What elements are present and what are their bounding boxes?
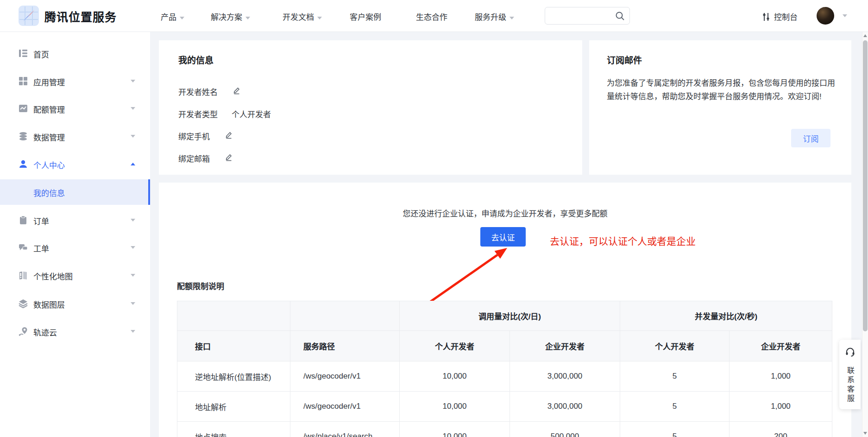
edit-pencil-icon[interactable]	[233, 87, 240, 95]
top-navbar: 腾讯位置服务 产品 解决方案 开发文档 客户案例 生态合作 服务升级 控制台	[0, 0, 868, 32]
contact-support-widget[interactable]: 联系客服	[839, 340, 861, 409]
nav-menu-solutions[interactable]: 解决方案	[211, 11, 250, 22]
nav-menu-products[interactable]: 产品	[161, 11, 184, 22]
chevron-down-icon	[245, 17, 250, 19]
sidebar-item-quota-management[interactable]: 配额管理	[0, 99, 150, 118]
sidebar: 首页 应用管理 配额管理 数据管理 个人中心	[0, 32, 150, 437]
chevron-down-icon	[317, 17, 322, 19]
profile-row-bound-email: 绑定邮箱	[178, 152, 210, 164]
sidebar-item-data-management[interactable]: 数据管理	[0, 127, 150, 146]
chevron-down-icon	[509, 17, 514, 19]
scrollbar-thumb[interactable]	[863, 40, 868, 331]
cell-personal-qps: 5	[620, 392, 730, 422]
profile-row-developer-type: 开发者类型 个人开发者	[178, 108, 218, 119]
cell-enterprise-qps: 1,000	[730, 361, 832, 392]
certification-notice: 您还没进行企业认证，申请成为企业开发者，享受更多配额	[159, 207, 851, 219]
col-header-api: 接口	[177, 331, 290, 361]
main-content: 我的信息 开发者姓名 开发者类型 个人开发者 绑定手机 绑定邮箱	[150, 32, 862, 437]
subscribe-card-body: 为您准备了专属定制的开发者服务月报，包含您每月使用的接口用量统计等信息，帮助您及…	[607, 76, 838, 103]
custom-map-icon	[19, 271, 28, 280]
cell-enterprise-qps: 200	[730, 422, 832, 437]
chevron-down-icon	[131, 302, 135, 305]
cell-path: /ws/place/v1/search	[290, 422, 400, 437]
sidebar-item-orders[interactable]: 订单	[0, 211, 150, 229]
sidebar-item-app-management[interactable]: 应用管理	[0, 72, 150, 90]
active-indicator-bar	[148, 179, 150, 205]
cell-personal-qps: 5	[620, 422, 730, 437]
chevron-up-icon	[131, 163, 135, 165]
quota-chart-icon	[19, 104, 28, 113]
avatar[interactable]	[817, 7, 834, 25]
cell-api: 地址解析	[177, 392, 290, 422]
group-header-concurrency: 并发量对比(次/秒)	[620, 301, 832, 331]
cell-personal-daily: 10,000	[400, 361, 510, 392]
chevron-down-icon	[131, 274, 135, 277]
certification-quota-card: 您还没进行企业认证，申请成为企业开发者，享受更多配额 去认证 去认证，可以认证个…	[159, 183, 851, 437]
col-header-personal-qps: 个人开发者	[620, 331, 730, 361]
developer-type-value: 个人开发者	[232, 108, 271, 120]
cell-personal-daily: 10,000	[400, 392, 510, 422]
nav-menu-docs[interactable]: 开发文档	[283, 11, 322, 22]
nav-menu-service-upgrade[interactable]: 服务升级	[475, 11, 514, 22]
profile-row-developer-name: 开发者姓名	[178, 86, 218, 97]
table-row: 逆地址解析(位置描述) /ws/geocoder/v1 10,000 3,000…	[177, 361, 832, 392]
console-link[interactable]: 控制台	[762, 11, 798, 22]
sidebar-item-personal-center[interactable]: 个人中心	[0, 155, 150, 173]
quota-table-header-row: 接口 服务路径 个人开发者 企业开发者 个人开发者 企业开发者	[177, 331, 832, 361]
contact-support-label: 联系客服	[844, 367, 855, 404]
chevron-down-icon	[131, 330, 135, 333]
chevron-down-icon	[131, 80, 135, 82]
chevron-down-icon	[180, 17, 184, 19]
sidebar-item-track-cloud[interactable]: 轨迹云	[0, 322, 150, 341]
table-row: 地址解析 /ws/geocoder/v1 10,000 3,000,000 5 …	[177, 392, 832, 422]
chevron-down-icon	[131, 107, 135, 110]
group-header-daily-calls: 调用量对比(次/日)	[400, 301, 620, 331]
avatar-chevron-down-icon[interactable]	[843, 14, 847, 17]
headset-icon	[845, 347, 855, 357]
chevron-down-icon	[131, 219, 135, 222]
brand-logo-compass-icon[interactable]	[19, 6, 39, 26]
cell-api: 逆地址解析(位置描述)	[177, 361, 290, 392]
quota-table-group-header-row: 调用量对比(次/日) 并发量对比(次/秒)	[177, 301, 832, 331]
chat-ticket-icon	[19, 243, 28, 252]
apps-grid-icon	[19, 76, 28, 86]
database-icon	[19, 132, 28, 141]
quota-section-title: 配额限制说明	[177, 280, 224, 291]
chevron-down-icon	[131, 246, 135, 249]
col-header-enterprise-qps: 企业开发者	[730, 331, 832, 361]
scrollbar-up-arrow-icon[interactable]	[863, 34, 867, 37]
col-header-path: 服务路径	[290, 331, 400, 361]
sidebar-item-data-layers[interactable]: 数据图层	[0, 294, 150, 313]
nav-menu-ecosystem[interactable]: 生态合作	[416, 11, 447, 22]
cell-path: /ws/geocoder/v1	[290, 361, 400, 392]
profile-card: 我的信息 开发者姓名 开发者类型 个人开发者 绑定手机 绑定邮箱	[159, 40, 582, 175]
profile-card-title: 我的信息	[178, 53, 214, 66]
sliders-icon	[762, 13, 770, 21]
subscribe-button[interactable]: 订阅	[791, 129, 830, 147]
subscribe-card-title: 订阅邮件	[607, 53, 642, 66]
vertical-scrollbar[interactable]	[862, 32, 868, 437]
scrollbar-down-arrow-icon[interactable]	[863, 432, 867, 435]
cell-personal-daily: 10,000	[400, 422, 510, 437]
search-icon[interactable]	[615, 11, 625, 21]
sidebar-item-tickets[interactable]: 工单	[0, 238, 150, 257]
go-certify-button[interactable]: 去认证	[480, 227, 526, 247]
sidebar-item-custom-map[interactable]: 个性化地图	[0, 266, 150, 285]
profile-row-bound-phone: 绑定手机	[178, 130, 210, 141]
sidebar-subitem-my-info[interactable]: 我的信息	[0, 179, 150, 205]
search-input[interactable]	[550, 8, 615, 23]
cell-path: /ws/geocoder/v1	[290, 392, 400, 422]
red-annotation-text: 去认证，可以认证个人或者是企业	[550, 234, 696, 247]
cell-enterprise-daily: 3,000,000	[510, 361, 620, 392]
edit-pencil-icon[interactable]	[225, 131, 233, 139]
cell-personal-qps: 5	[620, 361, 730, 392]
home-list-icon	[19, 49, 28, 58]
quota-table: 调用量对比(次/日) 并发量对比(次/秒) 接口 服务路径 个人开发者 企业开发…	[177, 301, 832, 437]
subscribe-card: 订阅邮件 为您准备了专属定制的开发者服务月报，包含您每月使用的接口用量统计等信息…	[589, 40, 851, 175]
empty-header-cell	[177, 301, 290, 331]
nav-menu-cases[interactable]: 客户案例	[350, 11, 381, 22]
sidebar-item-home[interactable]: 首页	[0, 44, 150, 63]
user-icon	[19, 159, 28, 169]
edit-pencil-icon[interactable]	[225, 153, 233, 161]
chevron-down-icon	[131, 135, 135, 138]
